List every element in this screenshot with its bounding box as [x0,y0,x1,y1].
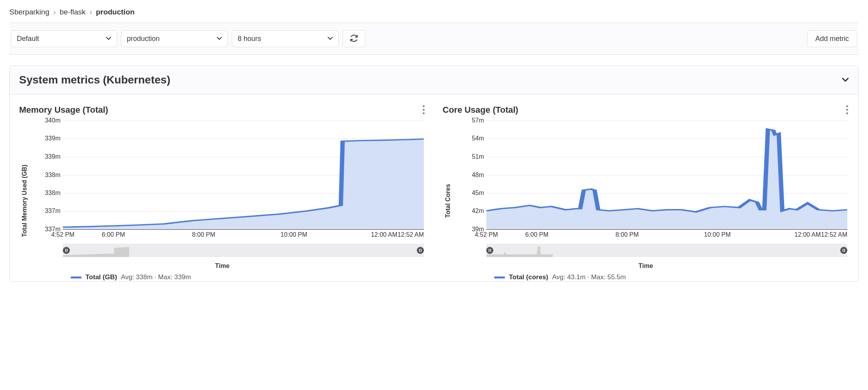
chevron-down-icon [217,35,222,43]
y-tick: 338m [36,190,60,197]
legend-series-name: Total (GB) [85,273,117,281]
timerange-select[interactable]: 8 hours [232,30,339,47]
dashboard-select[interactable]: Default [11,30,117,47]
x-tick: 12:00 AM [794,231,821,238]
system-metrics-panel: System metrics (Kubernetes) Memory Usage… [9,66,859,282]
x-axis-label: Time [16,262,429,269]
core-usage-chart: Core Usage (Total) Total Cores 57m 54m 5… [439,103,852,281]
x-axis: 4:52 PM 6:00 PM 8:00 PM 10:00 PM 12:00 A… [486,230,847,239]
x-tick: 8:00 PM [192,231,215,238]
timerange-select-label: 8 hours [238,35,261,43]
y-tick: 340m [36,117,60,124]
y-tick: 338m [36,172,60,179]
y-tick: 45m [459,190,484,197]
x-axis-label: Time [439,262,852,269]
x-tick: 10:00 PM [704,231,731,238]
y-tick: 337m [36,207,60,214]
add-metric-button[interactable]: Add metric [807,30,857,47]
x-axis: 4:52 PM 6:00 PM 8:00 PM 10:00 PM 12:00 A… [63,230,424,239]
x-tick: 6:00 PM [525,231,549,238]
chart-series-area [63,121,424,229]
breadcrumb-repo[interactable]: be-flask [60,8,86,16]
chevron-down-icon [106,35,111,43]
x-tick: 12:00 AM [371,231,397,238]
legend-stats: Avg: 338m · Max: 339m [121,273,191,281]
y-axis-label: Total Cores [445,184,452,218]
x-tick: 12:52 AM [397,231,424,238]
time-scrubber[interactable] [486,244,847,257]
panel-header[interactable]: System metrics (Kubernetes) [10,66,858,94]
environment-select[interactable]: production [121,30,228,47]
chevron-right-icon: › [53,8,55,16]
chevron-right-icon: › [89,8,92,16]
y-tick: 48m [459,172,484,179]
chart-title: Core Usage (Total) [443,105,518,115]
chevron-down-icon [842,76,849,84]
memory-usage-chart: Memory Usage (Total) Total Memory Used (… [16,103,429,281]
dashboard-select-label: Default [17,35,39,43]
x-tick: 8:00 PM [615,231,639,238]
x-tick: 10:00 PM [281,231,307,238]
environment-select-label: production [127,35,160,43]
scrubber-handle-right[interactable] [840,247,847,254]
x-tick: 6:00 PM [102,231,125,238]
scrubber-handle-left[interactable] [486,247,493,254]
chart-menu-button[interactable] [844,103,850,117]
y-tick: 51m [459,153,484,160]
x-tick: 12:52 AM [821,231,847,238]
breadcrumb: Sberparking › be-flask › production [9,5,859,23]
scrubber-handle-left[interactable] [63,247,70,254]
breadcrumb-project[interactable]: Sberparking [9,8,49,16]
time-scrubber[interactable] [63,244,424,257]
chart-legend: Total (cores) Avg: 43.1m · Max: 55.5m [494,273,852,281]
legend-swatch [494,277,505,278]
legend-stats: Avg: 43.1m · Max: 55.5m [552,273,626,281]
chart-plot[interactable]: 57m 54m 51m 48m 45m 42m 39m [486,121,847,230]
refresh-button[interactable] [343,30,365,47]
y-tick: 57m [459,117,484,124]
y-axis-label: Total Memory Used (GB) [21,165,28,237]
chart-title: Memory Usage (Total) [19,105,108,115]
y-tick: 339m [36,135,60,142]
legend-series-name: Total (cores) [509,273,548,281]
refresh-icon [350,34,358,44]
chart-legend: Total (GB) Avg: 338m · Max: 339m [71,273,429,281]
y-tick: 54m [459,135,484,142]
chart-menu-button[interactable] [420,103,427,117]
chart-series-area [486,121,847,229]
chart-plot[interactable]: 340m 339m 339m 338m 338m 337m 337m [63,121,424,230]
panel-title: System metrics (Kubernetes) [19,74,170,86]
legend-swatch [71,277,82,278]
chevron-down-icon [327,35,333,43]
y-tick: 42m [459,207,484,214]
x-tick: 4:52 PM [475,231,498,238]
breadcrumb-current: production [96,8,135,16]
x-tick: 4:52 PM [51,231,75,238]
scrubber-handle-right[interactable] [417,247,424,254]
toolbar: Default production 8 hours [9,23,859,55]
y-tick: 339m [36,153,60,160]
